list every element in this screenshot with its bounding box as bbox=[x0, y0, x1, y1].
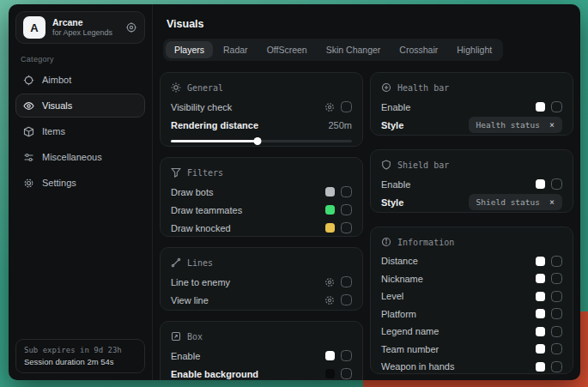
draw-teammates-row: Draw teammates bbox=[171, 201, 352, 219]
row-label: View line bbox=[171, 295, 209, 305]
health-style-select[interactable]: Health status × bbox=[469, 117, 562, 133]
sidebar-nav: Aimbot Visuals Items bbox=[15, 68, 145, 195]
shield-enable-checkbox[interactable] bbox=[551, 178, 562, 190]
sidebar-item-label: Visuals bbox=[42, 100, 72, 111]
color-swatch[interactable] bbox=[536, 102, 545, 112]
platform-checkbox[interactable] bbox=[551, 308, 562, 319]
tab-skin-changer[interactable]: Skin Changer bbox=[318, 41, 390, 58]
line-to-enemy-row: Line to enemy bbox=[171, 273, 352, 291]
panel-columns: General Visibility check bbox=[160, 72, 573, 380]
select-value: Shield status bbox=[476, 197, 540, 207]
color-swatch[interactable] bbox=[536, 344, 545, 354]
team-number-checkbox[interactable] bbox=[551, 343, 562, 354]
panel-title: Health bar bbox=[397, 83, 449, 93]
close-icon[interactable]: × bbox=[549, 121, 555, 130]
info-icon bbox=[381, 237, 391, 247]
color-swatch[interactable] bbox=[325, 223, 335, 233]
tab-highlight[interactable]: Highlight bbox=[448, 41, 500, 58]
row-label: Distance bbox=[381, 256, 418, 266]
sidebar-item-items[interactable]: Items bbox=[15, 119, 145, 143]
panel-title: Shield bar bbox=[397, 160, 449, 170]
visibility-check-checkbox[interactable] bbox=[341, 101, 352, 112]
page-title: Visuals bbox=[167, 18, 204, 30]
row-gear-icon[interactable] bbox=[324, 295, 335, 305]
row-label: Platform bbox=[381, 309, 416, 319]
row-label: Enable bbox=[171, 351, 200, 361]
box-enable-checkbox[interactable] bbox=[341, 350, 352, 361]
draw-knocked-row: Draw knocked bbox=[171, 219, 352, 237]
tab-crosshair[interactable]: Crosshair bbox=[391, 41, 446, 58]
eye-icon bbox=[23, 100, 34, 112]
legend-name-checkbox[interactable] bbox=[551, 326, 562, 337]
shield-bar-panel-header: Shield bar bbox=[381, 158, 562, 172]
color-swatch[interactable] bbox=[536, 292, 545, 301]
draw-bots-checkbox[interactable] bbox=[341, 186, 352, 197]
row-label: Team number bbox=[381, 344, 439, 354]
tab-players[interactable]: Players bbox=[166, 41, 213, 58]
color-swatch[interactable] bbox=[325, 187, 335, 197]
filters-panel-header: Filters bbox=[171, 166, 352, 179]
row-gear-icon[interactable] bbox=[324, 277, 335, 287]
sidebar-item-miscellaneous[interactable]: Miscellaneous bbox=[15, 145, 145, 169]
color-swatch[interactable] bbox=[325, 205, 335, 215]
crosshair-icon bbox=[23, 75, 34, 86]
draw-teammates-checkbox[interactable] bbox=[341, 204, 352, 215]
sidebar-item-aimbot[interactable]: Aimbot bbox=[15, 68, 145, 92]
slider-fill bbox=[171, 140, 258, 142]
shield-style-select[interactable]: Shield status × bbox=[469, 194, 562, 210]
health-enable-checkbox[interactable] bbox=[551, 101, 562, 112]
app-header-card: A Arcane for Apex Legends bbox=[15, 11, 145, 44]
row-label: Draw teammates bbox=[171, 205, 242, 215]
sidebar-spacer bbox=[15, 195, 145, 339]
sidebar-item-visuals[interactable]: Visuals bbox=[15, 94, 145, 118]
team-number-row: Team number bbox=[381, 341, 562, 359]
health-style-row: Style Health status × bbox=[381, 116, 562, 134]
color-swatch[interactable] bbox=[536, 179, 545, 189]
color-swatch[interactable] bbox=[536, 362, 545, 372]
platform-row: Platform bbox=[381, 305, 562, 324]
header-settings-icon[interactable] bbox=[125, 21, 137, 33]
tab-radar[interactable]: Radar bbox=[215, 41, 257, 58]
information-panel: Information Distance Nickname bbox=[370, 227, 573, 374]
sub-expires-text: Sub expires in 9d 23h bbox=[24, 346, 136, 354]
sidebar-item-settings[interactable]: Settings bbox=[15, 171, 145, 195]
panel-title: Information bbox=[397, 238, 454, 247]
color-swatch[interactable] bbox=[536, 309, 545, 318]
health-enable-row: Enable bbox=[381, 98, 562, 116]
subscription-info-card: Sub expires in 9d 23h Session duration 2… bbox=[15, 339, 145, 373]
tab-bar: Players Radar OffScreen Skin Changer Cro… bbox=[163, 39, 503, 61]
color-swatch[interactable] bbox=[325, 351, 335, 360]
render-distance-slider[interactable] bbox=[171, 137, 352, 145]
nickname-checkbox[interactable] bbox=[551, 273, 562, 284]
color-swatch[interactable] bbox=[325, 369, 335, 378]
shield-enable-row: Enable bbox=[381, 175, 562, 193]
draw-knocked-checkbox[interactable] bbox=[341, 222, 352, 233]
filters-panel: Filters Draw bots Draw teammates bbox=[160, 157, 363, 237]
category-label: Category bbox=[21, 55, 140, 63]
weapon-in-hands-checkbox[interactable] bbox=[551, 361, 562, 372]
color-swatch[interactable] bbox=[536, 274, 545, 283]
row-label: Enable background bbox=[171, 369, 258, 379]
distance-checkbox[interactable] bbox=[551, 256, 562, 267]
shield-icon bbox=[381, 160, 391, 170]
panel-title: General bbox=[187, 83, 223, 93]
slider-thumb[interactable] bbox=[254, 137, 262, 145]
view-line-checkbox[interactable] bbox=[341, 294, 352, 305]
row-gear-icon[interactable] bbox=[324, 102, 335, 112]
package-icon bbox=[23, 126, 34, 137]
color-swatch[interactable] bbox=[536, 257, 545, 266]
sidebar-item-label: Aimbot bbox=[42, 75, 71, 85]
line-to-enemy-checkbox[interactable] bbox=[341, 276, 352, 287]
row-label: Nickname bbox=[381, 274, 423, 284]
color-swatch[interactable] bbox=[536, 327, 545, 336]
tab-offscreen[interactable]: OffScreen bbox=[258, 41, 316, 58]
funnel-icon bbox=[171, 167, 181, 178]
health-cross-icon bbox=[381, 82, 391, 93]
close-icon[interactable]: × bbox=[549, 198, 555, 207]
box-enable-background-checkbox[interactable] bbox=[341, 368, 352, 379]
row-label: Visibility check bbox=[171, 102, 232, 112]
level-checkbox[interactable] bbox=[551, 291, 562, 302]
row-label: Style bbox=[381, 197, 403, 208]
general-panel: General Visibility check bbox=[160, 72, 363, 147]
visibility-check-row: Visibility check bbox=[171, 98, 352, 116]
